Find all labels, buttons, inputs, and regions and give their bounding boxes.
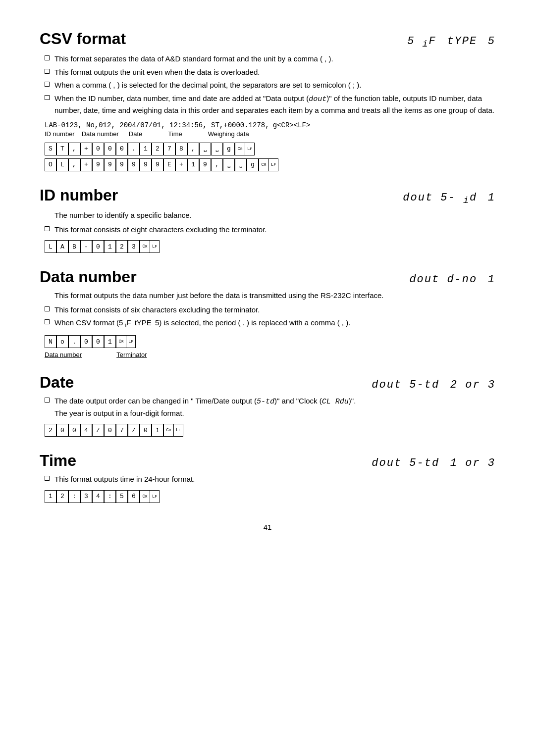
cell-date-1: 1 (152, 424, 163, 437)
id-row: L A B - 0 1 2 3 CR LF (45, 240, 495, 253)
cell-dn-1: 1 (104, 335, 116, 348)
bullet-icon-id1 (45, 226, 50, 231)
time-row: 1 2 : 3 4 : 5 6 CR LF (45, 490, 495, 503)
datanum-row: N o . 0 0 1 CR LF (45, 335, 495, 348)
bullet-icon-4 (45, 95, 50, 100)
datanum-bullet-text-1: This format consists of six characters e… (54, 304, 495, 316)
cell-plus2: + (80, 158, 92, 171)
cell-id-cr: CR (140, 240, 150, 253)
csv-bullet-text-4: When the ID number, data number, time an… (54, 93, 495, 116)
csv-title: CSV format (40, 30, 126, 48)
date-title: Date (40, 373, 74, 392)
id-header: ID number dout 5- id 1 (40, 186, 495, 206)
csv-bullet-4: When the ID number, data number, time an… (40, 93, 495, 116)
cell-7: 7 (163, 143, 175, 155)
csv-row2: O L , + 9 9 9 9 9 9 E + 1 9 , ␣ ␣ g CR L… (45, 158, 495, 171)
csv-bullet-text-2: This format outputs the unit even when t… (54, 67, 495, 78)
label-datanum: Data number (82, 130, 119, 138)
cell-date-7: 7 (116, 424, 128, 437)
date-code: dout 5-td 2 or 3 (372, 379, 495, 391)
cell-e: E (163, 158, 175, 171)
bullet-icon-time1 (45, 476, 50, 481)
cell-dn-o: o (56, 335, 68, 348)
csv-row1: S T , + 0 0 0 . 1 2 7 8 , ␣ ␣ g CR LF (45, 143, 495, 155)
cell-time-lf: LF (150, 490, 160, 503)
date-header: Date dout 5-td 2 or 3 (40, 373, 495, 392)
cell-id-l: L (45, 240, 56, 253)
label-id: ID number (45, 130, 75, 138)
csv-bullet-2: This format outputs the unit even when t… (40, 67, 495, 78)
csv-bullets: This format separates the data of A&D st… (40, 53, 495, 116)
bullet-icon-dn2 (45, 319, 50, 324)
cell-time-col2: : (104, 490, 116, 503)
cell-time-1: 1 (45, 490, 56, 503)
datanum-bullets: This format consists of six characters e… (40, 304, 495, 330)
cell-date-sl2: / (128, 424, 140, 437)
csv-bullet-3: When a comma ( , ) is selected for the d… (40, 80, 495, 91)
cell-comma3: , (68, 158, 80, 171)
cell-dn-lf: LF (126, 335, 136, 348)
cell-date-0b: 0 (68, 424, 80, 437)
cell-0b: 0 (104, 143, 116, 155)
cell-date-0d: 0 (140, 424, 152, 437)
cell-plus3: + (175, 158, 187, 171)
cell-8: 8 (175, 143, 187, 155)
datanum-code: dout d-no 1 (409, 273, 495, 286)
cell-dn-0a: 0 (80, 335, 92, 348)
cell-date-0: 0 (56, 424, 68, 437)
cell-id-3: 3 (128, 240, 140, 253)
cell-0c: 0 (116, 143, 128, 155)
bullet-icon-date1 (45, 398, 50, 403)
cell-comma2: , (187, 143, 199, 155)
cell-o: O (45, 158, 56, 171)
cell-dn-dot: . (68, 335, 80, 348)
cell-time-6: 6 (128, 490, 140, 503)
cell-id-0: 0 (92, 240, 104, 253)
time-section: Time dout 5-td 1 or 3 This format output… (40, 452, 495, 503)
bullet-icon-3 (45, 82, 50, 87)
cell-time-5: 5 (116, 490, 128, 503)
cell-t: T (56, 143, 68, 155)
cell-s: S (45, 143, 56, 155)
cell-id-b: B (68, 240, 80, 253)
cell-2: 2 (152, 143, 163, 155)
cell-sp2: ␣ (211, 143, 223, 155)
bullet-icon-dn1 (45, 306, 50, 311)
cell-id-dash: - (80, 240, 92, 253)
cell-time-col1: : (68, 490, 80, 503)
bullet-icon-1 (45, 55, 50, 60)
sublabel-datanum: Data number (45, 351, 82, 358)
datanum-section: Data number dout d-no 1 This format outp… (40, 268, 495, 358)
time-header: Time dout 5-td 1 or 3 (40, 452, 495, 470)
datanum-title: Data number (40, 268, 137, 286)
cell-time-3: 3 (80, 490, 92, 503)
cell-9g: 9 (199, 158, 211, 171)
cell-g2: g (247, 158, 259, 171)
cell-0a: 0 (92, 143, 104, 155)
bullet-icon-2 (45, 69, 50, 74)
label-weighing: Weighing data (208, 130, 249, 138)
cell-g1: g (223, 143, 235, 155)
sublabel-terminator: Terminator (116, 351, 147, 358)
csv-code: 5 iF tYPE 5 (407, 35, 495, 50)
date-bullets: The date output order can be changed in … (40, 396, 495, 419)
cell-date-sl1: / (92, 424, 104, 437)
cell-dn-cr: CR (116, 335, 126, 348)
label-date: Date (129, 130, 142, 138)
cell-id-a: A (56, 240, 68, 253)
id-bullets: This format consists of eight characters… (40, 224, 495, 236)
date-bullet-text-1: The date output order can be changed in … (54, 396, 495, 419)
page-number: 41 (40, 523, 495, 531)
cell-dn-n: N (45, 335, 56, 348)
cell-9b: 9 (104, 158, 116, 171)
time-code: dout 5-td 1 or 3 (372, 457, 495, 469)
cell-dn-0b: 0 (92, 335, 104, 348)
time-bullets: This format outputs time in 24-hour form… (40, 474, 495, 485)
datanum-desc: This format outputs the data number just… (54, 290, 495, 302)
cell-1b: 1 (187, 158, 199, 171)
csv-example-line: LAB-0123, No,012, 2004/07/01, 12:34:56, … (45, 121, 495, 129)
cell-cr2: CR (259, 158, 268, 171)
label-time: Time (168, 130, 182, 138)
cell-sp1: ␣ (199, 143, 211, 155)
csv-bullet-text-3: When a comma ( , ) is selected for the d… (54, 80, 495, 91)
